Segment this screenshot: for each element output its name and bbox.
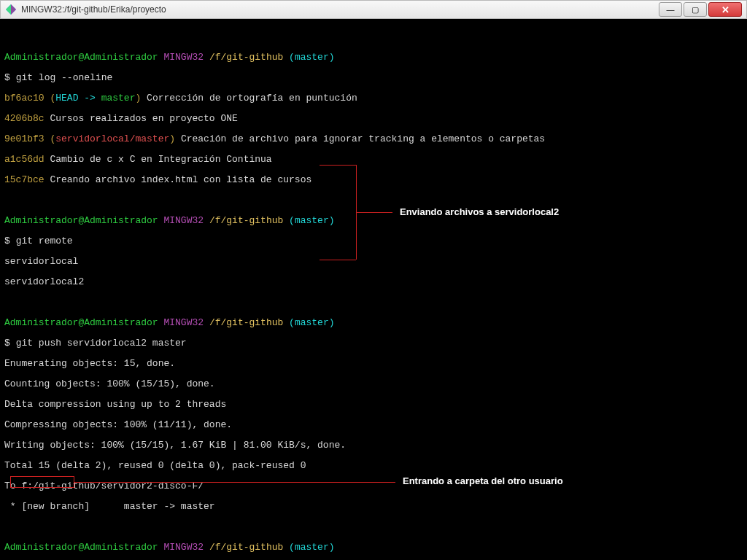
- prompt-line: Administrador@Administrador MINGW32 /f/g…: [4, 216, 743, 226]
- terminal-window: MINGW32:/f/git-github/Erika/proyecto — ▢…: [0, 0, 747, 560]
- titlebar[interactable]: MINGW32:/f/git-github/Erika/proyecto — ▢…: [0, 0, 747, 19]
- output-line: Writing objects: 100% (15/15), 1.67 KiB …: [4, 440, 743, 451]
- output-line: Delta compression using up to 2 threads: [4, 400, 743, 410]
- prompt-line: Administrador@Administrador MINGW32 /f/g…: [4, 52, 743, 63]
- log-line: 15c7bce Creando archivo index.html con l…: [4, 175, 743, 185]
- terminal-line: [4, 195, 743, 206]
- prompt-line: Administrador@Administrador MINGW32 /f/g…: [4, 542, 743, 553]
- terminal-body[interactable]: Administrador@Administrador MINGW32 /f/g…: [0, 19, 747, 560]
- window-controls: — ▢ ✕: [657, 2, 742, 17]
- log-line: bf6ac10 (HEAD -> master) Corrección de o…: [4, 93, 743, 104]
- output-line: Counting objects: 100% (15/15), done.: [4, 379, 743, 389]
- log-line: a1c56dd Cambio de c x C en Integración C…: [4, 155, 743, 165]
- log-line: 4206b8c Cursos realizados en proyecto ON…: [4, 114, 743, 124]
- output-line: * [new branch] master -> master: [4, 502, 743, 512]
- maximize-button[interactable]: ▢: [684, 2, 707, 17]
- cmd-line: $ git remote: [4, 236, 743, 246]
- output-line: servidorlocal2: [4, 277, 743, 287]
- output-line: Enumerating objects: 15, done.: [4, 359, 743, 369]
- output-line: servidorlocal: [4, 257, 743, 267]
- minimize-button[interactable]: —: [659, 2, 682, 17]
- terminal-line: [4, 298, 743, 308]
- log-line: 9e01bf3 (servidorlocal/master) Creación …: [4, 134, 743, 144]
- svg-marker-2: [6, 4, 11, 15]
- annotation-label: Entrando a carpeta del otro usuario: [403, 476, 563, 486]
- window-title: MINGW32:/f/git-github/Erika/proyecto: [21, 4, 657, 15]
- cmd-line: $ git log --oneline: [4, 73, 743, 83]
- svg-marker-1: [11, 4, 16, 15]
- git-bash-icon: [5, 4, 17, 15]
- annotation-label: Enviando archivos a servidorlocal2: [400, 207, 559, 217]
- terminal-line: [4, 522, 743, 532]
- terminal-line: [4, 32, 743, 42]
- close-button[interactable]: ✕: [708, 2, 742, 17]
- prompt-line: Administrador@Administrador MINGW32 /f/g…: [4, 318, 743, 328]
- output-line: Total 15 (delta 2), reused 0 (delta 0), …: [4, 461, 743, 471]
- cmd-line: $ git push servidorlocal2 master: [4, 338, 743, 349]
- output-line: To f:/git-github/servidor2-disco-F/: [4, 481, 743, 491]
- output-line: Compressing objects: 100% (11/11), done.: [4, 420, 743, 430]
